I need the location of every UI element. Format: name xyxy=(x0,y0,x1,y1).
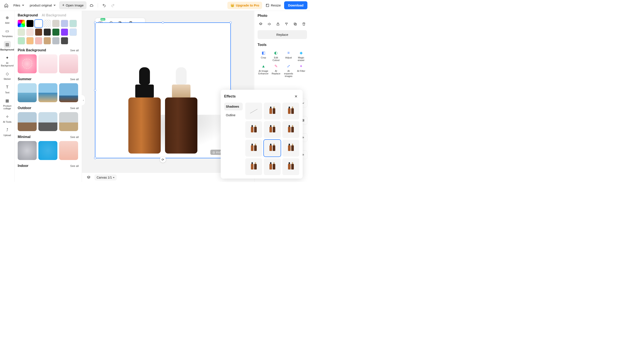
see-all-link[interactable]: See all xyxy=(70,78,79,81)
product-image[interactable] xyxy=(100,29,226,153)
tool-ai-expands-images[interactable]: ⤢ AI expands images xyxy=(283,63,294,78)
redo-icon[interactable] xyxy=(109,2,116,9)
canvas[interactable]: ◎ insMind ⟳ xyxy=(95,22,231,158)
background-thumb[interactable] xyxy=(18,141,37,160)
tab-ai-background[interactable]: AI Background xyxy=(42,13,66,17)
resize-handle[interactable] xyxy=(94,22,96,24)
background-thumb[interactable] xyxy=(38,112,57,131)
rotate-handle[interactable]: ⟳ xyxy=(160,157,166,163)
rail-item-ai-background[interactable]: ✦ AI Background xyxy=(1,53,14,69)
rail-item-sticker[interactable]: ◇ Sticker xyxy=(1,69,14,82)
effects-tab-outline[interactable]: Outline xyxy=(224,111,243,119)
effect-preset[interactable] xyxy=(264,103,281,120)
effects-tab-shadows[interactable]: Shadows xyxy=(224,103,243,110)
trash-icon[interactable] xyxy=(300,21,307,27)
undo-icon[interactable] xyxy=(101,2,108,9)
open-image-button[interactable]: + Open Image xyxy=(59,1,87,9)
tool-edit-cutout[interactable]: ◐ Edit Cutout xyxy=(270,50,282,62)
color-swatch[interactable] xyxy=(44,29,51,36)
layers-icon[interactable] xyxy=(85,174,92,181)
effect-preset[interactable] xyxy=(245,158,262,175)
color-swatch[interactable] xyxy=(52,20,60,27)
color-swatch[interactable] xyxy=(44,20,51,27)
flip-horizontal-icon[interactable] xyxy=(266,21,273,27)
color-swatch[interactable] xyxy=(35,20,42,27)
effect-preset[interactable] xyxy=(282,121,299,138)
color-swatch[interactable] xyxy=(18,20,25,27)
upgrade-button[interactable]: 👑 Upgrade to Pro xyxy=(227,2,262,9)
home-icon[interactable] xyxy=(3,2,10,9)
color-swatch[interactable] xyxy=(61,20,68,27)
effect-preset[interactable] xyxy=(245,140,262,157)
download-button[interactable]: Download xyxy=(284,1,307,9)
effect-preset[interactable] xyxy=(264,158,281,175)
effect-preset[interactable] xyxy=(264,121,281,138)
effect-preset[interactable] xyxy=(245,121,262,138)
tool-crop[interactable]: ◧ Crop xyxy=(258,50,269,62)
color-swatch[interactable] xyxy=(52,37,60,45)
see-all-link[interactable]: See all xyxy=(70,136,79,139)
effect-preset[interactable] xyxy=(282,140,299,157)
tab-background[interactable]: Background xyxy=(18,13,38,17)
color-swatch[interactable] xyxy=(18,37,25,45)
background-thumb[interactable] xyxy=(38,83,57,102)
background-thumb[interactable] xyxy=(18,83,37,102)
tool-ai-replace[interactable]: ✎ AI Replace xyxy=(270,63,282,78)
background-thumb[interactable] xyxy=(18,54,37,73)
effect-preset[interactable] xyxy=(264,140,281,157)
copy-icon[interactable] xyxy=(292,21,298,27)
color-swatch[interactable] xyxy=(26,29,34,36)
color-swatch[interactable] xyxy=(26,37,34,45)
resize-handle[interactable] xyxy=(230,22,232,24)
lock-icon[interactable] xyxy=(275,21,281,27)
layers-icon[interactable] xyxy=(258,21,264,27)
rail-item-ai-tools[interactable]: ⟡ AI Tools xyxy=(1,112,14,125)
resize-handle[interactable] xyxy=(162,22,164,24)
color-swatch[interactable] xyxy=(69,29,77,36)
cloud-sync-icon[interactable] xyxy=(88,2,95,9)
resize-handle[interactable] xyxy=(94,157,96,159)
tool-ai-image-enhancer[interactable]: ▲ AI Image Enhancer xyxy=(258,63,269,78)
color-swatch[interactable] xyxy=(61,29,68,36)
background-thumb[interactable] xyxy=(59,83,78,102)
background-thumb[interactable] xyxy=(59,141,78,160)
project-name-menu[interactable]: product original xyxy=(28,2,58,8)
canvas-selector[interactable]: Canvas 1/1 xyxy=(94,174,117,181)
color-swatch[interactable] xyxy=(35,37,42,45)
color-swatch[interactable] xyxy=(18,29,25,36)
background-thumb[interactable] xyxy=(18,112,37,131)
rail-item-upload[interactable]: ⤴ Upload xyxy=(1,125,14,138)
effect-preset[interactable] xyxy=(282,158,299,175)
files-menu[interactable]: Files xyxy=(11,2,26,8)
tool-magic-eraser[interactable]: ◆ Magic eraser xyxy=(295,50,307,62)
rail-item-templates[interactable]: ▭ Templates xyxy=(1,26,14,39)
format-paint-icon[interactable] xyxy=(283,21,290,27)
rail-item-text[interactable]: T Text xyxy=(1,83,14,95)
background-thumb[interactable] xyxy=(38,141,57,160)
color-swatch[interactable] xyxy=(44,37,51,45)
effect-preset[interactable] xyxy=(282,103,299,120)
color-swatch[interactable] xyxy=(61,37,68,45)
rail-icon: ▦ xyxy=(4,97,11,104)
replace-button[interactable]: Replace xyxy=(258,30,307,39)
rail-item-add[interactable]: ⊕ Add xyxy=(1,13,14,26)
background-thumb[interactable] xyxy=(59,112,78,131)
see-all-link[interactable]: See all xyxy=(70,106,79,110)
see-all-link[interactable]: See all xyxy=(70,164,79,167)
resize-button[interactable]: Resize xyxy=(264,2,283,9)
collapse-panel-button[interactable]: ‹ xyxy=(82,95,85,106)
color-swatch[interactable] xyxy=(69,20,77,27)
background-thumb[interactable] xyxy=(38,54,57,73)
background-thumb[interactable] xyxy=(59,54,78,73)
tool-adjust[interactable]: ≡ Adjust xyxy=(283,50,294,62)
rail-item-background[interactable]: ▨ Background xyxy=(1,40,14,53)
rail-item-product-collage[interactable]: ▦ Product collage xyxy=(1,96,14,111)
resize-handle[interactable] xyxy=(94,89,96,91)
tool-ai-filter[interactable]: ✦ AI Filter xyxy=(295,63,307,78)
color-swatch[interactable] xyxy=(26,20,34,27)
see-all-link[interactable]: See all xyxy=(70,49,79,52)
color-swatch[interactable] xyxy=(35,29,42,36)
effect-preset[interactable] xyxy=(245,103,262,120)
color-swatch[interactable] xyxy=(52,29,60,36)
close-icon[interactable]: ✕ xyxy=(293,93,299,100)
